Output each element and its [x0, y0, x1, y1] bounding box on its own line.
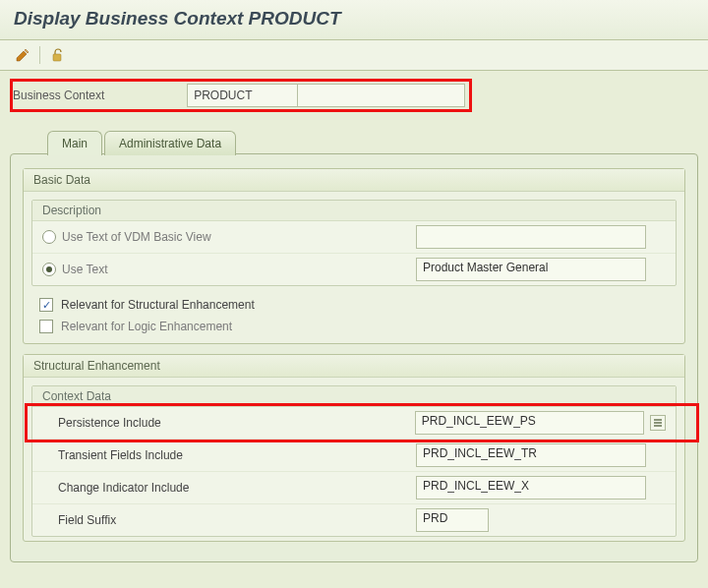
desc-opt-vdm-value — [416, 225, 646, 249]
title-bar: Display Business Context PRODUCT — [0, 0, 708, 40]
desc-opt-vdm-row: Use Text of VDM Basic View — [32, 221, 676, 254]
context-data-title: Context Data — [32, 386, 676, 407]
tab-main[interactable]: Main — [47, 131, 102, 155]
desc-opt-vdm-label-wrap[interactable]: Use Text of VDM Basic View — [42, 230, 416, 244]
field-suffix-value[interactable]: PRD — [416, 508, 489, 532]
persistence-include-row: Persistence Include PRD_INCL_EEW_PS — [32, 407, 676, 440]
checkbox-logic[interactable] — [39, 320, 53, 333]
svg-rect-0 — [53, 54, 61, 61]
description-group: Description Use Text of VDM Basic View U… — [31, 200, 677, 286]
persistence-include-value[interactable]: PRD_INCL_EEW_PS — [415, 411, 644, 435]
relevant-structural-row[interactable]: Relevant for Structural Enhancement — [24, 294, 684, 316]
transient-fields-row: Transient Fields Include PRD_INCL_EEW_TR — [32, 440, 676, 472]
field-suffix-label: Field Suffix — [42, 513, 416, 527]
rows-icon — [653, 418, 663, 428]
lock-open-icon — [49, 47, 65, 63]
field-suffix-row: Field Suffix PRD — [32, 504, 676, 536]
structural-enhancement-title: Structural Enhancement — [24, 355, 684, 378]
page-title: Display Business Context PRODUCT — [14, 8, 341, 29]
pencil-icon — [15, 47, 30, 63]
tab-administrative-data[interactable]: Administrative Data — [104, 131, 236, 155]
persistence-include-label: Persistence Include — [42, 416, 415, 430]
checkbox-structural[interactable] — [39, 298, 53, 312]
desc-opt-text-row: Use Text Product Master General — [32, 254, 676, 285]
tab-area: Main Administrative Data Basic Data Desc… — [6, 130, 702, 563]
description-title: Description — [32, 201, 676, 221]
svg-rect-3 — [654, 425, 662, 427]
business-context-value: PRODUCT — [187, 84, 297, 107]
change-indicator-value[interactable]: PRD_INCL_EEW_X — [416, 476, 646, 500]
edit-button[interactable] — [14, 46, 31, 64]
business-context-label: Business Context — [13, 88, 187, 102]
structural-enhancement-group: Structural Enhancement Context Data Pers… — [23, 354, 685, 542]
context-data-group: Context Data Persistence Include PRD_INC… — [31, 385, 677, 537]
basic-data-title: Basic Data — [24, 169, 684, 192]
transient-fields-label: Transient Fields Include — [42, 448, 416, 462]
radio-text[interactable] — [42, 263, 56, 276]
desc-opt-vdm-label: Use Text of VDM Basic View — [62, 230, 211, 244]
transient-fields-value[interactable]: PRD_INCL_EEW_TR — [416, 443, 646, 467]
toolbar — [0, 40, 708, 71]
desc-opt-text-label: Use Text — [62, 263, 107, 276]
svg-rect-2 — [654, 422, 662, 424]
relevant-structural-label: Relevant for Structural Enhancement — [61, 298, 255, 312]
relevant-logic-row[interactable]: Relevant for Logic Enhancement — [24, 316, 684, 343]
basic-data-group: Basic Data Description Use Text of VDM B… — [23, 168, 685, 344]
desc-opt-text-value: Product Master General — [416, 258, 646, 281]
lock-button[interactable] — [48, 46, 66, 64]
desc-opt-text-label-wrap[interactable]: Use Text — [42, 263, 416, 276]
toolbar-separator — [39, 46, 40, 64]
tab-panel-main: Basic Data Description Use Text of VDM B… — [10, 153, 698, 562]
change-indicator-row: Change Indicator Include PRD_INCL_EEW_X — [32, 472, 676, 504]
relevant-logic-label: Relevant for Logic Enhancement — [61, 320, 232, 333]
business-context-desc — [298, 84, 465, 107]
tab-row: Main Administrative Data — [47, 130, 702, 154]
expand-icon[interactable] — [650, 415, 666, 431]
radio-vdm[interactable] — [42, 230, 56, 244]
change-indicator-label: Change Indicator Include — [42, 481, 416, 495]
svg-rect-1 — [654, 419, 662, 421]
business-context-row: Business Context PRODUCT — [10, 79, 472, 112]
